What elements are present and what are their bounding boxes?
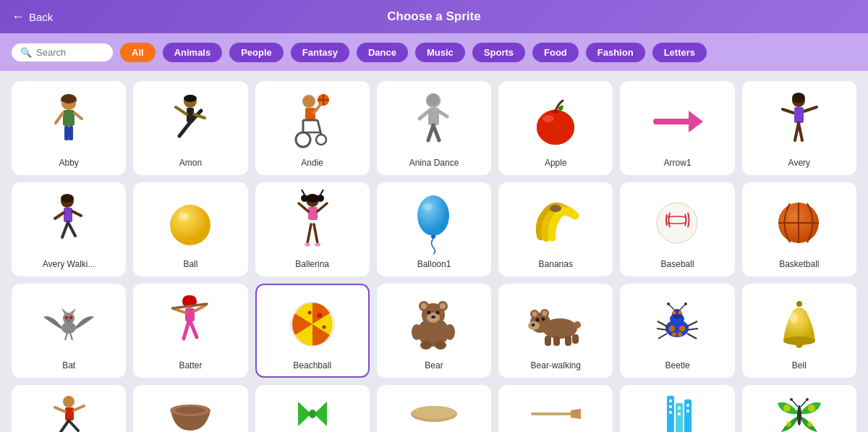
back-button[interactable]: ← Back (12, 9, 53, 25)
svg-point-73 (431, 234, 435, 239)
svg-point-19 (316, 135, 326, 145)
filter-food[interactable]: Food (532, 43, 579, 62)
sprite-label: Arrow1 (664, 158, 692, 168)
sprite-card-bell[interactable]: Bell (742, 284, 856, 378)
sprite-card-bowtie[interactable] (255, 385, 370, 432)
filter-dance[interactable]: Dance (357, 43, 408, 62)
svg-rect-124 (545, 336, 551, 346)
svg-point-128 (574, 321, 581, 329)
svg-line-5 (75, 113, 82, 119)
svg-line-86 (65, 333, 67, 340)
sprite-card-arrow1[interactable]: Arrow1 (620, 81, 734, 175)
filter-animals[interactable]: Animals (163, 43, 223, 62)
svg-line-44 (783, 109, 793, 113)
svg-point-111 (445, 324, 455, 340)
sprite-card-anina-dance[interactable]: Anina Dance (377, 81, 491, 175)
filter-fantasy[interactable]: Fantasy (291, 43, 349, 62)
sprite-card-batter[interactable]: Batter (133, 284, 247, 378)
svg-point-112 (420, 341, 432, 350)
svg-line-62 (320, 190, 323, 195)
svg-point-118 (532, 312, 537, 317)
sprite-card-bear[interactable]: Bear (377, 284, 491, 378)
sprite-card-butterfly[interactable] (742, 385, 856, 432)
svg-line-27 (314, 103, 321, 113)
svg-point-109 (431, 315, 435, 318)
svg-line-55 (68, 222, 75, 236)
sprite-card-bowl[interactable] (133, 385, 247, 432)
sprite-card-broom[interactable] (498, 385, 613, 432)
svg-line-68 (314, 224, 318, 243)
svg-point-159 (176, 407, 205, 414)
sprite-label: Bat (62, 360, 75, 370)
svg-point-18 (296, 132, 310, 147)
svg-rect-29 (428, 108, 439, 125)
svg-point-178 (786, 421, 791, 427)
sprite-label: Apple (545, 158, 567, 168)
svg-point-108 (436, 310, 440, 314)
svg-rect-171 (669, 411, 672, 414)
sprite-label: Andie (301, 158, 323, 168)
svg-line-181 (791, 399, 798, 407)
filter-all[interactable]: All (120, 43, 156, 62)
svg-line-4 (56, 113, 63, 123)
filter-music[interactable]: Music (415, 43, 465, 62)
svg-point-16 (302, 95, 315, 108)
sprite-card-ballerina[interactable]: Ballerina (255, 182, 370, 276)
sprite-card-apple[interactable]: Apple (498, 81, 613, 175)
svg-rect-1 (63, 110, 75, 126)
filter-sports[interactable]: Sports (472, 43, 525, 62)
sprite-card-avery[interactable]: Avery (742, 81, 856, 175)
svg-point-63 (306, 194, 319, 203)
svg-point-137 (678, 310, 682, 314)
svg-rect-127 (572, 334, 579, 344)
svg-point-96 (317, 313, 322, 318)
sprite-card-ball[interactable]: Ball (133, 182, 247, 276)
svg-line-87 (70, 333, 72, 340)
sprite-card-beetle[interactable]: Beetle (620, 284, 734, 378)
sprite-card-abby[interactable]: Abby (12, 81, 126, 175)
svg-point-8 (61, 95, 76, 103)
svg-rect-169 (669, 399, 672, 402)
sprite-card-amon[interactable]: Amon (133, 81, 247, 175)
svg-rect-174 (686, 404, 689, 407)
svg-point-50 (61, 194, 74, 203)
sprite-card-balloon1[interactable]: Balloon1 (377, 182, 491, 276)
search-input[interactable] (36, 47, 101, 58)
sprite-label: Avery (788, 158, 810, 168)
back-label: Back (29, 11, 53, 23)
sprite-label: Beetle (665, 360, 690, 370)
filter-people[interactable]: People (229, 43, 284, 62)
sprite-card-baseball[interactable]: Baseball (620, 182, 734, 276)
svg-point-85 (67, 319, 71, 322)
svg-point-104 (421, 303, 427, 309)
svg-point-39 (552, 109, 559, 114)
sprite-card-buildings[interactable] (620, 385, 734, 432)
sprite-card-bear-walking[interactable]: Bear-walking (498, 284, 613, 378)
sprite-card-bboy[interactable] (12, 385, 126, 432)
sprite-card-bread[interactable] (377, 385, 491, 432)
svg-point-176 (783, 405, 791, 412)
sprite-label: Beachball (293, 360, 331, 370)
filter-letters[interactable]: Letters (652, 43, 707, 62)
svg-line-66 (318, 203, 327, 211)
svg-line-155 (74, 406, 84, 410)
sprite-card-avery-walking[interactable]: Avery Walki... (12, 182, 126, 276)
svg-line-144 (658, 334, 667, 339)
svg-point-123 (532, 323, 535, 326)
sprite-card-andie[interactable]: Andie (255, 81, 370, 175)
sprite-card-bat[interactable]: Bat (12, 284, 126, 378)
svg-rect-2 (64, 126, 69, 140)
svg-point-107 (427, 310, 431, 314)
sprite-card-basketball[interactable]: Basketball (742, 182, 856, 276)
svg-point-84 (69, 316, 72, 319)
sprite-label: Baseball (661, 259, 694, 269)
sprite-card-beachball[interactable]: Beachball (255, 284, 370, 378)
svg-point-37 (537, 110, 574, 145)
svg-point-98 (322, 326, 326, 329)
sprite-label: Batter (179, 360, 202, 370)
svg-point-38 (542, 115, 554, 122)
svg-point-141 (684, 302, 687, 305)
sprite-card-bananas[interactable]: Bananas (498, 182, 613, 276)
svg-point-119 (542, 311, 548, 316)
filter-fashion[interactable]: Fashion (586, 43, 645, 62)
